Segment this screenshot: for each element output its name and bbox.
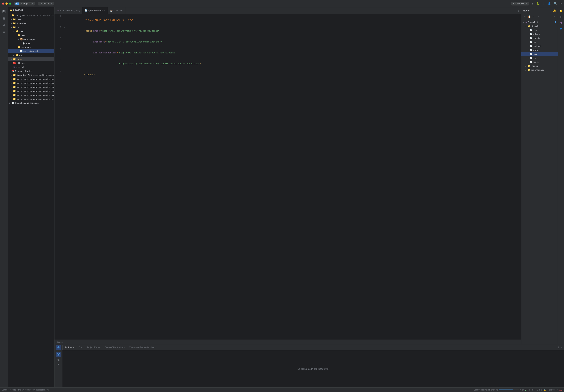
bottom-tab-project-errors[interactable]: Project Errors [85, 344, 102, 350]
tree-item-external-libraries[interactable]: ▼ 📚 External Libraries [8, 69, 54, 73]
close-tab-icon[interactable]: ✕ [104, 9, 105, 12]
line-content: </beans> [66, 69, 519, 80]
maven-item-test[interactable]: ▶ 🔄 test [521, 40, 558, 44]
filter-icon[interactable] [58, 364, 59, 365]
maven-add-icon[interactable]: 📋 [527, 14, 531, 19]
tab-more-button[interactable]: ⋮ [516, 9, 521, 12]
stop-progress-icon[interactable]: ✕ [520, 389, 521, 391]
tab-main-java[interactable]: ☕ Main.java [108, 7, 125, 14]
tree-item-maven-expression[interactable]: ▶ 📁 Maven: org.springframework:spring-ex… [8, 93, 54, 97]
notification-icon[interactable]: 🔔 [553, 9, 556, 12]
tree-item-main-class[interactable]: ▶ ☕ Main [8, 41, 54, 45]
run-config-icon[interactable] [56, 352, 61, 357]
tree-item-application-xml[interactable]: ▶ 📄 application.xml [8, 49, 54, 53]
share-icon[interactable]: ↗ [557, 389, 558, 391]
line-ending[interactable]: LF [532, 389, 535, 391]
bottom-panel-toggle[interactable] [56, 345, 61, 350]
right-notification-icon[interactable]: 🔔 [559, 9, 563, 13]
activity-search-icon[interactable] [1, 22, 7, 28]
traffic-lights [2, 2, 11, 5]
bottom-tab-vulnerable[interactable]: Vulnerable Dependencies [127, 344, 156, 350]
status-error[interactable]: ⚠ 1 [559, 389, 562, 391]
activity-plugin-icon[interactable]: ⊞ [1, 28, 7, 35]
maven-item-validate[interactable]: ▶ 🔄 validate [521, 32, 558, 36]
fold-icon[interactable]: ▼ [64, 26, 66, 29]
more-icon[interactable]: ⋮ [557, 346, 560, 349]
java-file-icon: ☕ [22, 42, 25, 44]
project-selector[interactable]: ST SpringTest ▼ [14, 2, 35, 5]
bottom-tab-file[interactable]: File [76, 344, 85, 350]
tree-item-springtest-root[interactable]: ▼ 📁 SpringTest ~/Desktop/CS/JavaEE/2 Jav… [8, 13, 54, 17]
maven-label: test [533, 41, 536, 43]
tree-item-target[interactable]: ▶ 📁 target [8, 57, 54, 61]
maven-item-compile[interactable]: ▶ 🔄 compile [521, 36, 558, 40]
close-button[interactable] [2, 2, 4, 5]
maven-refresh-icon[interactable]: ↻ [523, 14, 527, 19]
right-maven-icon[interactable]: m [559, 21, 563, 25]
tree-item-maven-aop[interactable]: ▶ 📁 Maven: org.springframework:spring-ao… [8, 77, 54, 81]
run-icon[interactable]: ▶ [532, 2, 534, 5]
tab-application-xml[interactable]: 📄 application.xml ✕ [82, 7, 108, 14]
tree-item-main[interactable]: ▼ 📁 main [8, 29, 54, 33]
right-chevron-icon[interactable]: › [559, 33, 563, 37]
bottom-tab-server-side[interactable]: Server-Side Analysis [102, 344, 127, 350]
maven-plus-icon[interactable]: + [536, 14, 541, 19]
tab-pom[interactable]: m pom.xml (SpringTest) [55, 7, 82, 14]
tree-item-java[interactable]: ▼ 📁 java [8, 33, 54, 37]
bottom-tab-problems[interactable]: Problems [63, 344, 76, 350]
tree-item-resources[interactable]: ▼ 📁 resources [8, 45, 54, 49]
maven-download-icon[interactable]: ⬇ [532, 14, 536, 19]
sidebar-tree: ▼ 📁 SpringTest ~/Desktop/CS/JavaEE/2 Jav… [8, 13, 54, 387]
maven-item-package[interactable]: ▶ 🔄 package [521, 44, 558, 48]
activity-git-icon[interactable] [1, 15, 7, 21]
more-icon[interactable]: ⋮ [542, 2, 545, 5]
tree-item-gitignore[interactable]: ▶ 🔴 .gitignore [8, 61, 54, 65]
maven-item-install[interactable]: ▶ 🔄 install [521, 52, 558, 56]
maven-item-deploy[interactable]: ▶ 🔄 deploy [521, 60, 558, 64]
tree-arrow: ▶ [525, 69, 527, 71]
cursor-position[interactable]: 6:8 [527, 389, 531, 391]
branch-selector[interactable]: ⎇ master ▼ [38, 2, 54, 5]
maven-item-clean[interactable]: ▶ 🔄 clean [521, 28, 558, 32]
right-run-icon[interactable]: 👤 [559, 27, 563, 31]
tree-item-springtest-folder[interactable]: ▶ 📁 SpringTest [8, 21, 54, 25]
tree-item-corretto[interactable]: ▶ 📁 < corretto-17 > /Users/eve/Library/J… [8, 73, 54, 77]
maven-item-springtest[interactable]: ▼ m SpringTest [521, 20, 558, 24]
tree-item-maven-context[interactable]: ▶ 📁 Maven: org.springframework:spring-co… [8, 85, 54, 89]
activity-project-icon[interactable] [1, 9, 7, 14]
minimize-panel-icon[interactable]: ✕ [561, 346, 562, 349]
eye-icon[interactable] [56, 358, 61, 363]
encoding[interactable]: UTF-8 [536, 389, 543, 391]
v-icon[interactable]: V [525, 389, 526, 391]
svg-rect-1 [4, 11, 5, 12]
maximize-button[interactable] [9, 2, 11, 5]
right-database-icon[interactable]: 🗄 [559, 14, 563, 19]
tree-item-maven-jcl[interactable]: ▶ 📁 Maven: org.springframework:spring-jc… [8, 97, 54, 101]
editor-content[interactable]: 1 <?xml version="1.0" encoding="UTF-8"?>… [55, 14, 521, 339]
maven-item-site[interactable]: ▶ 🔄 site [521, 56, 558, 60]
tree-item-maven-beans[interactable]: ▶ 📁 Maven: org.springframework:spring-be… [8, 81, 54, 85]
tree-item-src[interactable]: ▼ 📁 src [8, 25, 54, 29]
tree-item-idea[interactable]: ▶ 📁 .idea [8, 17, 54, 21]
indent[interactable]: 4 spaces [547, 389, 556, 391]
maven-item-dependencies[interactable]: ▶ 📁 Dependencies [521, 68, 558, 72]
folder-icon: 📁 [13, 26, 16, 28]
tree-item-test[interactable]: ▶ 📁 test [8, 53, 54, 57]
user-icon[interactable]: 👤 [548, 2, 551, 5]
tree-item-pom-xml[interactable]: ▶ m pom.xml [8, 65, 54, 69]
activity-more-icon[interactable]: … [1, 35, 7, 41]
settings-icon[interactable]: ⚙ [522, 389, 524, 391]
tree-item-scratches[interactable]: ▶ 📋 Scratches and Consoles [8, 101, 54, 105]
maven-chevron-right-icon[interactable]: › [552, 14, 556, 19]
search-everywhere-icon[interactable]: 🔍 [554, 2, 557, 5]
lock-icon[interactable]: 🔒 [544, 389, 546, 391]
minimize-button[interactable] [5, 2, 8, 5]
maven-item-plugins[interactable]: ▶ 📁 Plugins [521, 64, 558, 68]
maven-item-verify[interactable]: ▶ 🔄 verify [521, 48, 558, 52]
tree-item-org-example[interactable]: ▼ 📦 org.example [8, 37, 54, 41]
current-file-button[interactable]: Current File ▼ [511, 2, 529, 5]
tree-item-maven-core[interactable]: ▶ 📁 Maven: org.springframework:spring-co… [8, 89, 54, 93]
debug-icon[interactable]: 🐛 [536, 2, 540, 5]
maven-item-lifecycle[interactable]: ▼ 📁 Lifecycle [521, 24, 558, 28]
settings-icon[interactable]: ⚙ [560, 2, 562, 5]
